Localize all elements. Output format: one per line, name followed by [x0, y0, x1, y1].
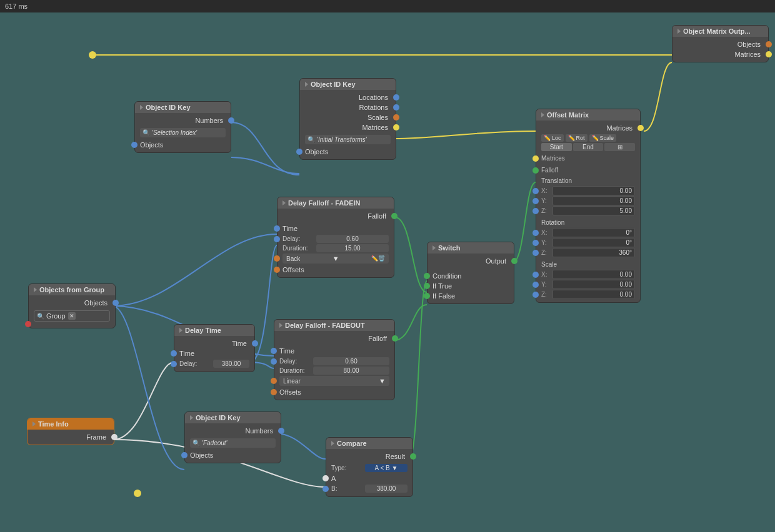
delay-fo-socket[interactable]	[271, 358, 277, 365]
back-dropdown[interactable]: Back ▼ ✏️🗑️	[282, 254, 389, 264]
objects-in-socket-2[interactable]	[131, 142, 138, 148]
object-id-key-bottom-node: Object ID Key Numbers 🔍 'Fadeout' Object…	[184, 411, 281, 463]
linear-arrow: ▼	[379, 377, 386, 385]
y-rot-value[interactable]: 0°	[552, 238, 635, 247]
back-socket[interactable]	[274, 255, 280, 262]
rot-btn[interactable]: ✏️ Rot	[566, 134, 588, 142]
iffalse-socket[interactable]	[424, 293, 430, 299]
delay-fo-value[interactable]: 0.60	[313, 357, 389, 365]
delay-label: Delay:	[282, 235, 314, 242]
delay-time-title: Delay Time	[185, 327, 221, 334]
b-value[interactable]: 380.00	[365, 485, 408, 493]
search-icon-group: 🔍	[37, 313, 44, 320]
delay-socket[interactable]	[274, 236, 280, 242]
header-triangle-7	[541, 112, 544, 117]
y-rot-socket[interactable]	[532, 240, 539, 246]
z-rot-value[interactable]: 360°	[552, 248, 635, 257]
delay-fadeout-body: Falloff Time Delay: 0.60 Duration: 80.00…	[274, 331, 394, 400]
delay-time-value[interactable]: 380.00	[213, 360, 249, 368]
x-scale-row: X: 0.00	[541, 270, 635, 279]
grid-btn[interactable]: ⊞	[604, 143, 635, 151]
scales-socket[interactable]	[393, 114, 399, 121]
time-in-socket[interactable]	[274, 225, 280, 232]
time-fo-socket[interactable]	[271, 348, 277, 354]
iftrue-socket[interactable]	[424, 283, 430, 289]
group-clear-btn[interactable]: ✕	[68, 312, 76, 320]
locations-socket[interactable]	[393, 94, 399, 101]
time-in-row: Time	[282, 224, 389, 234]
x-scale-value[interactable]: 0.00	[552, 270, 635, 279]
objects-out-socket[interactable]	[112, 300, 119, 306]
time-info-header: Time Info	[28, 418, 114, 430]
falloff-out-row: Falloff	[282, 211, 389, 221]
y-scale-value[interactable]: 0.00	[552, 280, 635, 289]
numbers-socket[interactable]	[228, 117, 234, 124]
search-text-selection: 'Selection Index'	[152, 129, 197, 136]
scale-section: Scale	[541, 260, 635, 269]
output-socket[interactable]	[511, 258, 518, 264]
x-rot-socket[interactable]	[532, 230, 539, 236]
numbers-label: Numbers	[195, 117, 223, 124]
result-out-socket[interactable]	[410, 453, 416, 460]
matrices-socket-right[interactable]	[766, 51, 772, 57]
duration-value[interactable]: 15.00	[316, 244, 389, 252]
linear-dropdown[interactable]: Linear ▼	[279, 376, 389, 386]
time2-in-socket[interactable]	[171, 350, 177, 357]
end-btn[interactable]: End	[573, 143, 604, 151]
b-field: B: 380.00	[331, 485, 408, 493]
z-rot-socket[interactable]	[532, 250, 539, 256]
result-out-row: Result	[331, 451, 408, 461]
z-trans-socket[interactable]	[532, 208, 539, 214]
falloff-in-socket[interactable]	[532, 167, 539, 174]
falloff-in-label: Falloff	[541, 165, 558, 175]
y-trans-value[interactable]: 0.00	[552, 196, 635, 205]
scale-btn[interactable]: ✏️ Scale	[589, 134, 617, 142]
frame-out-socket[interactable]	[111, 434, 118, 440]
y-trans-socket[interactable]	[532, 198, 539, 204]
matrices-out-socket[interactable]	[638, 125, 644, 131]
x-trans-socket[interactable]	[532, 188, 539, 194]
z-scale-socket[interactable]	[532, 292, 539, 298]
loc-btn[interactable]: ✏️ Loc	[541, 134, 564, 142]
delay-time-field: Delay: 380.00	[179, 360, 249, 368]
condition-socket[interactable]	[424, 273, 430, 279]
y-scale-row: Y: 0.00	[541, 280, 635, 289]
offsets-label: Offsets	[282, 266, 304, 273]
z-scale-value[interactable]: 0.00	[552, 290, 635, 299]
delay-time-socket[interactable]	[171, 361, 177, 367]
offsets-socket[interactable]	[274, 267, 280, 273]
objects-in-label-2: Objects	[140, 141, 163, 149]
duration-fo-value[interactable]: 80.00	[313, 367, 389, 375]
linear-socket[interactable]	[271, 378, 277, 384]
xs-label: X:	[541, 271, 551, 278]
object-id-key-top-title: Object ID Key	[311, 81, 356, 88]
duration-field: Duration: 15.00	[282, 244, 389, 252]
y-scale-socket[interactable]	[532, 282, 539, 288]
object-id-key-bottom-header: Object ID Key	[185, 412, 281, 423]
objects-bottom-label: Objects	[190, 451, 213, 459]
falloff-out-socket[interactable]	[391, 213, 398, 219]
objects-bottom-socket[interactable]	[181, 452, 188, 458]
matrices-socket-2[interactable]	[393, 124, 399, 131]
offsets-fo-socket[interactable]	[271, 389, 277, 395]
time-out-socket[interactable]	[252, 340, 258, 347]
objects-socket-right[interactable]	[766, 41, 772, 47]
b-socket[interactable]	[322, 486, 329, 492]
rotations-socket[interactable]	[393, 104, 399, 111]
start-btn[interactable]: Start	[541, 143, 572, 151]
z-trans-value[interactable]: 5.00	[552, 206, 635, 215]
a-in-socket[interactable]	[322, 475, 329, 481]
delay-value[interactable]: 0.60	[316, 235, 389, 243]
type-dropdown[interactable]: A < B ▼	[365, 464, 408, 472]
x-trans-value[interactable]: 0.00	[552, 186, 635, 195]
offset-matrix-body: Matrices ✏️ Loc ✏️ Rot ✏️ Scale Start En…	[536, 121, 640, 302]
group-socket-left[interactable]	[25, 321, 31, 327]
matrices-in-socket[interactable]	[532, 155, 539, 162]
objects-in-socket[interactable]	[296, 149, 302, 155]
x-rot-value[interactable]: 0°	[552, 228, 635, 237]
iftrue-label: If True	[432, 282, 452, 290]
x-scale-socket[interactable]	[532, 272, 539, 278]
numbers-out-socket[interactable]	[278, 428, 284, 434]
top-bar: 617 ms	[0, 0, 775, 12]
falloff-out-socket-2[interactable]	[392, 335, 398, 342]
